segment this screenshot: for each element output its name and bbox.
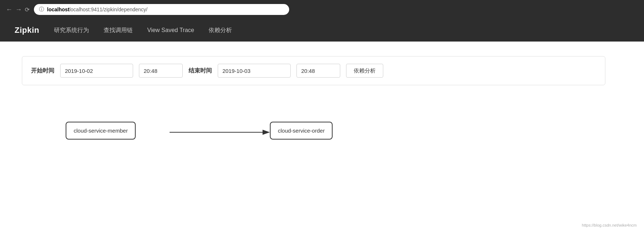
address-bar[interactable]: ⓘ localhostlocalhost:9411/zipkin/depende…: [34, 4, 289, 15]
nav-link-saved-trace[interactable]: View Saved Trace: [147, 27, 194, 34]
end-time-input[interactable]: [296, 64, 340, 78]
forward-button[interactable]: →: [15, 6, 22, 13]
end-date-input[interactable]: [218, 64, 291, 78]
url-text: localhostlocalhost:9411/zipkin/dependenc…: [47, 7, 148, 12]
nav-link-explore[interactable]: 研究系统行为: [54, 27, 89, 34]
start-time-input[interactable]: [139, 64, 183, 78]
app-navbar: Zipkin 研究系统行为 查找调用链 View Saved Trace 依赖分…: [0, 19, 644, 42]
browser-nav-buttons: ← → ⟳: [6, 6, 30, 13]
order-node-label: cloud-service-order: [278, 128, 325, 134]
analyze-button[interactable]: 依赖分析: [346, 64, 383, 78]
dependency-graph: cloud-service-member cloud-service-order: [22, 103, 622, 176]
reload-button[interactable]: ⟳: [25, 6, 30, 13]
main-content: 开始时间 结束时间 依赖分析 cloud-service-member clou…: [0, 42, 644, 191]
app-logo: Zipkin: [15, 26, 39, 35]
back-button[interactable]: ←: [6, 6, 12, 13]
end-time-label: 结束时间: [189, 67, 212, 75]
service-node-order: cloud-service-order: [270, 122, 333, 140]
start-time-label: 开始时间: [31, 67, 54, 75]
dependency-arrow-svg: [22, 103, 622, 176]
nav-links: 研究系统行为 查找调用链 View Saved Trace 依赖分析: [54, 27, 232, 34]
nav-link-find-trace[interactable]: 查找调用链: [104, 27, 133, 34]
service-node-member: cloud-service-member: [66, 122, 136, 140]
nav-link-dependency[interactable]: 依赖分析: [209, 27, 232, 34]
browser-chrome: ← → ⟳ ⓘ localhostlocalhost:9411/zipkin/d…: [0, 0, 644, 19]
start-date-input[interactable]: [60, 64, 133, 78]
info-icon: ⓘ: [39, 6, 44, 13]
search-form: 开始时间 结束时间 依赖分析: [22, 56, 605, 85]
watermark: https://blog.csdn.net/wike4ncm: [582, 223, 637, 227]
member-node-label: cloud-service-member: [74, 128, 128, 134]
